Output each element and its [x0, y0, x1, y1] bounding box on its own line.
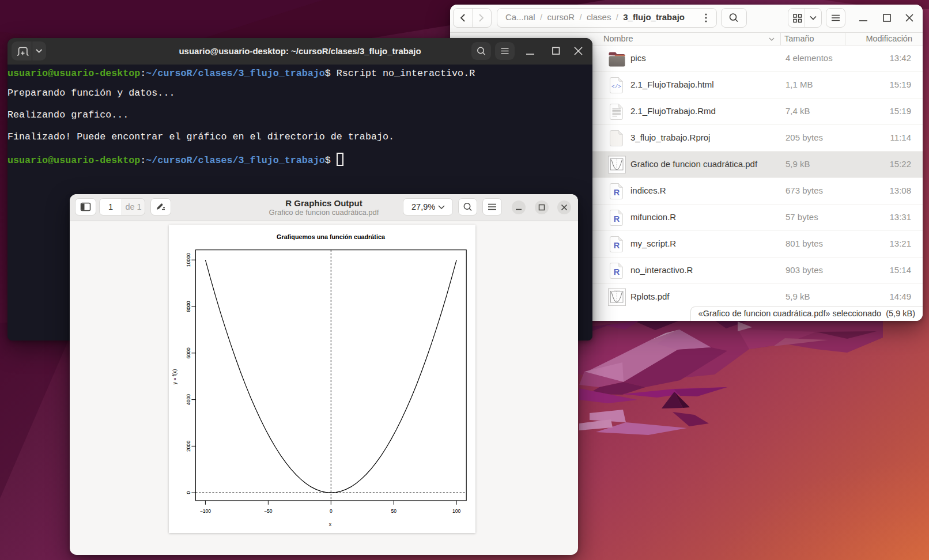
svg-text:y = f(x): y = f(x) [172, 369, 178, 385]
svg-text:8000: 8000 [186, 301, 191, 312]
svg-text:6000: 6000 [186, 347, 191, 358]
svg-text:R: R [614, 267, 620, 277]
svg-text:2000: 2000 [186, 441, 191, 452]
svg-text:0: 0 [330, 508, 333, 514]
svg-text:Grafiquemos una función cuadrá: Grafiquemos una función cuadrática [277, 233, 386, 240]
svg-text:−100: −100 [200, 508, 212, 514]
svg-text:−50: −50 [264, 508, 273, 514]
svg-text:0: 0 [186, 491, 191, 494]
svg-text:100: 100 [452, 508, 461, 514]
svg-text:</>: </> [611, 84, 621, 90]
svg-text:R: R [614, 241, 620, 250]
svg-text:10000: 10000 [186, 253, 191, 267]
svg-text:4000: 4000 [186, 394, 191, 405]
svg-text:50: 50 [391, 508, 396, 514]
svg-text:R: R [614, 214, 620, 224]
svg-text:x: x [329, 521, 332, 527]
svg-text:R: R [614, 188, 620, 197]
